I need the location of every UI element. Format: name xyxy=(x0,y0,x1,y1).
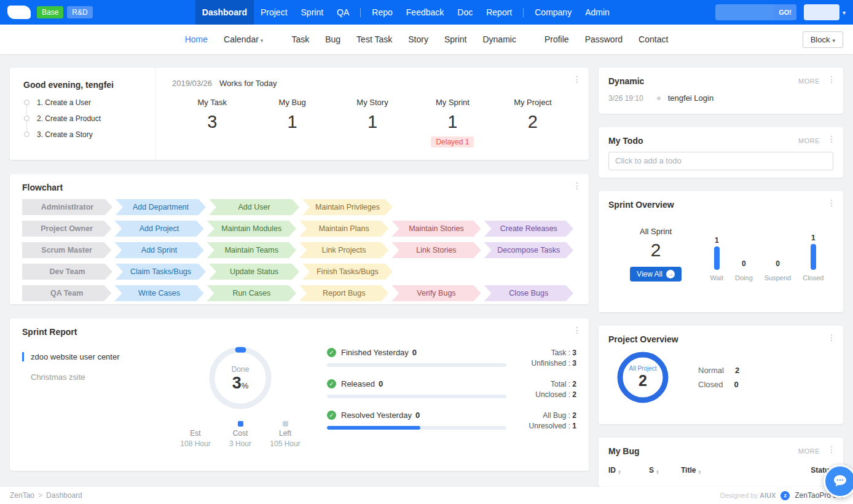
kebab-menu-icon[interactable]: ⋮ xyxy=(573,326,581,334)
topnav-repo[interactable]: Repo xyxy=(365,0,399,25)
chevron-down-icon[interactable]: ▾ xyxy=(843,9,846,16)
top-menu: Dashboard Project Sprint QA Repo Feedbac… xyxy=(195,0,616,25)
subnav-calendar[interactable]: Calendar▾ xyxy=(224,34,263,44)
subnav-story[interactable]: Story xyxy=(408,34,428,44)
subnav-profile[interactable]: Profile xyxy=(544,34,569,44)
topnav-admin[interactable]: Admin xyxy=(578,0,616,25)
flow-step[interactable]: Maintain Privileges xyxy=(302,199,393,215)
subnav-sprint[interactable]: Sprint xyxy=(444,34,467,44)
subnav-password[interactable]: Password xyxy=(585,34,623,44)
flow-step[interactable]: Link Projects xyxy=(299,242,388,258)
kebab-menu-icon[interactable]: ⋮ xyxy=(827,135,836,143)
stat-value[interactable]: 1 xyxy=(332,112,412,132)
flow-step[interactable]: Add Sprint xyxy=(114,242,203,258)
legend-normal: Normal2 xyxy=(698,366,739,375)
subnav-home[interactable]: Home xyxy=(185,34,208,44)
step-create-user[interactable]: 1. Create a User xyxy=(26,98,142,107)
flow-step[interactable]: Update Status xyxy=(209,264,299,280)
sprint-list-item[interactable]: Christmas zsite xyxy=(22,367,170,387)
topnav-company[interactable]: Company xyxy=(528,0,578,25)
subnav-contact[interactable]: Contact xyxy=(639,34,668,44)
more-link[interactable]: MORE xyxy=(798,77,820,85)
flow-step[interactable]: Write Cases xyxy=(114,285,203,301)
topnav-dashboard[interactable]: Dashboard xyxy=(195,0,254,25)
panel-title: My Todo xyxy=(608,136,643,146)
view-all-button[interactable]: View All→ xyxy=(630,267,682,282)
badge-rd[interactable]: R&D xyxy=(67,6,92,18)
column-title[interactable]: Title▲▼ xyxy=(681,466,794,474)
topnav-feedback[interactable]: Feedback xyxy=(399,0,450,25)
search-input[interactable] xyxy=(715,8,774,17)
bar xyxy=(811,244,816,270)
more-link[interactable]: MORE xyxy=(798,447,820,455)
chat-button[interactable] xyxy=(824,465,853,498)
flow-step[interactable]: Run Cases xyxy=(207,285,296,301)
flow-step[interactable]: Link Stories xyxy=(391,242,481,258)
subnav-dynamic[interactable]: Dynamic xyxy=(482,34,516,44)
stat-value[interactable]: 1 xyxy=(252,112,332,132)
stat-value[interactable]: 2 xyxy=(493,112,573,132)
sprint-list-item[interactable]: zdoo website user center xyxy=(22,347,170,367)
project-overview-panel: ⋮ Project Overview All Project 2 Normal2… xyxy=(599,326,843,424)
user-menu[interactable] xyxy=(804,4,839,20)
block-button[interactable]: Block▾ xyxy=(803,31,843,48)
flow-step[interactable]: Create Releases xyxy=(484,221,573,237)
content: ⋮ Good evening, tengfei 1. Create a User… xyxy=(0,54,853,487)
topnav-report[interactable]: Report xyxy=(479,0,519,25)
project-donut: All Project 2 xyxy=(615,349,671,406)
breadcrumb-dashboard[interactable]: Dashboard xyxy=(46,491,82,500)
more-link[interactable]: MORE xyxy=(798,137,820,144)
stat-label: My Task xyxy=(172,98,252,107)
sort-icon: ▲▼ xyxy=(698,470,701,474)
stat-my-story: My Story 1 xyxy=(332,98,412,148)
subnav-task[interactable]: Task xyxy=(291,34,309,44)
sprint-bar-chart: 1 Wait 0 Doing 0 Suspend xyxy=(702,213,832,282)
column-severity[interactable]: S▲▼ xyxy=(649,466,681,474)
panel-title: My Bug xyxy=(608,446,640,456)
flow-step[interactable]: Add User xyxy=(209,199,299,215)
kebab-menu-icon[interactable]: ⋮ xyxy=(573,75,581,84)
stat-value[interactable]: 1 xyxy=(412,112,492,132)
flow-step[interactable]: Report Bugs xyxy=(299,285,388,301)
subnav-testtask[interactable]: Test Task xyxy=(356,34,392,44)
flow-step[interactable]: Claim Tasks/Bugs xyxy=(116,264,206,280)
flow-step[interactable]: Maintain Stories xyxy=(391,221,481,237)
kebab-menu-icon[interactable]: ⋮ xyxy=(827,199,836,207)
today-stats: My Task 3 My Bug 1 My Story 1 My Sprint … xyxy=(172,98,573,148)
progress-row-released: ✓ Released 0 Total : 2 Unclosed : 2 xyxy=(327,379,576,400)
breadcrumb-zentao[interactable]: ZenTao xyxy=(10,491,34,500)
works-for-today: 2019/03/26 Works for Today My Task 3 My … xyxy=(156,68,589,160)
flow-step[interactable]: Decompose Tasks xyxy=(484,242,573,258)
subnav-bug[interactable]: Bug xyxy=(325,34,340,44)
step-create-product[interactable]: 2. Create a Product xyxy=(26,114,142,123)
step-create-story[interactable]: 3. Create a Story xyxy=(26,130,142,139)
top-navbar: Base R&D Dashboard Project Sprint QA Rep… xyxy=(0,0,853,25)
stat-my-bug: My Bug 1 xyxy=(252,98,332,148)
kebab-menu-icon[interactable]: ⋮ xyxy=(827,75,836,84)
topnav-qa[interactable]: QA xyxy=(330,0,356,25)
topnav-sprint[interactable]: Sprint xyxy=(294,0,331,25)
flow-step[interactable]: Maintain Teams xyxy=(207,242,296,258)
flow-step[interactable]: Maintain Modules xyxy=(207,221,296,237)
delayed-badge: Delayed 1 xyxy=(431,136,474,148)
bar-suspend: 0 Suspend xyxy=(765,259,791,282)
kebab-menu-icon[interactable]: ⋮ xyxy=(827,445,836,454)
stat-my-project: My Project 2 xyxy=(493,98,573,148)
flow-step[interactable]: Close Bugs xyxy=(484,285,573,301)
todo-input[interactable] xyxy=(608,152,833,170)
search-go-button[interactable]: GO! xyxy=(774,4,796,20)
entry-text[interactable]: tengfei Login xyxy=(668,93,713,103)
flow-step[interactable]: Finish Tasks/Bugs xyxy=(302,264,393,280)
badge-base[interactable]: Base xyxy=(37,6,63,18)
topnav-doc[interactable]: Doc xyxy=(450,0,479,25)
kebab-menu-icon[interactable]: ⋮ xyxy=(827,333,836,342)
flow-step[interactable]: Verify Bugs xyxy=(391,285,481,301)
column-id[interactable]: ID▲▼ xyxy=(608,466,649,474)
flow-step[interactable]: Add Department xyxy=(116,199,206,215)
topnav-project[interactable]: Project xyxy=(254,0,294,25)
progress-stats: Total : 2 Unclosed : 2 xyxy=(517,379,576,400)
kebab-menu-icon[interactable]: ⋮ xyxy=(573,181,581,190)
flow-step[interactable]: Maintain Plans xyxy=(299,221,388,237)
flow-step[interactable]: Add Project xyxy=(114,221,203,237)
stat-value[interactable]: 3 xyxy=(172,112,252,132)
